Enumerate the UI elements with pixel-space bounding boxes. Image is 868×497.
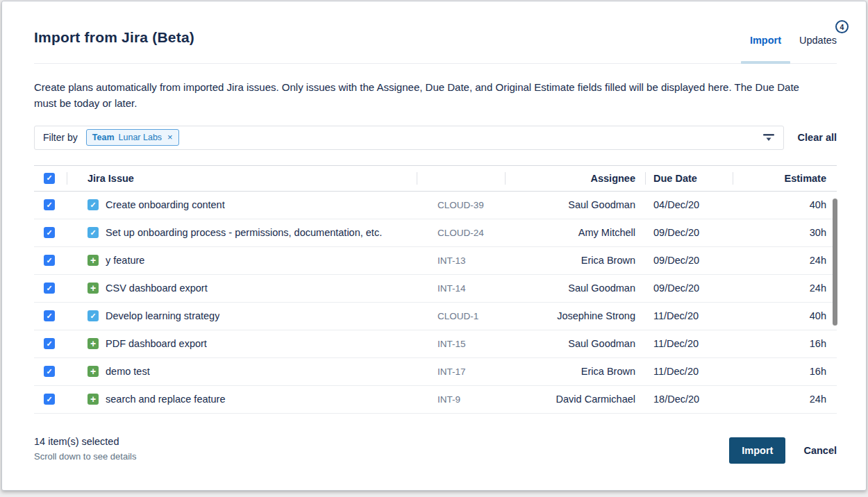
row-checkbox[interactable] bbox=[44, 310, 55, 321]
issue-key: INT-15 bbox=[417, 339, 505, 349]
issue-estimate: 24h bbox=[733, 255, 837, 266]
active-tab-underline bbox=[741, 61, 790, 64]
tab-import-label: Import bbox=[750, 35, 781, 46]
tab-updates-label: Updates bbox=[799, 35, 837, 46]
chip-close-icon[interactable]: × bbox=[167, 132, 173, 142]
issue-summary: PDF dashboard export bbox=[106, 338, 207, 349]
table-row[interactable]: demo test INT-17 Erica Brown 11/Dec/20 1… bbox=[34, 358, 837, 386]
issue-due-date: 09/Dec/20 bbox=[645, 283, 733, 294]
issue-type-icon bbox=[87, 310, 99, 321]
issue-due-date: 11/Dec/20 bbox=[645, 310, 733, 321]
table-header-row: Jira Issue Assignee Due Date Estimate bbox=[34, 166, 837, 192]
select-all-cell bbox=[34, 166, 67, 191]
footer-actions: Import Cancel bbox=[729, 437, 837, 464]
issue-estimate: 30h bbox=[733, 227, 837, 238]
clear-all-button[interactable]: Clear all bbox=[798, 132, 837, 143]
filter-bar: Filter by Team Lunar Labs × Clear all bbox=[34, 126, 837, 150]
table-row[interactable]: Develop learning strategy CLOUD-1 Joseph… bbox=[34, 303, 837, 330]
issue-estimate: 40h bbox=[733, 199, 837, 210]
issue-type-icon bbox=[87, 394, 99, 405]
select-all-checkbox[interactable] bbox=[44, 173, 55, 184]
tab-updates[interactable]: Updates 4 bbox=[799, 35, 837, 64]
filter-chip-team-lunar-labs[interactable]: Team Lunar Labs × bbox=[86, 129, 179, 146]
import-button[interactable]: Import bbox=[729, 437, 785, 464]
row-checkbox[interactable] bbox=[44, 394, 55, 405]
table-row[interactable]: search and replace feature INT-9 David C… bbox=[34, 386, 837, 414]
issue-due-date: 11/Dec/20 bbox=[645, 338, 733, 349]
row-checkbox[interactable] bbox=[44, 227, 55, 238]
row-checkbox[interactable] bbox=[44, 255, 55, 266]
panel-header: Import from Jira (Beta) Import Updates 4 bbox=[34, 1, 837, 64]
issue-type-icon bbox=[87, 227, 99, 238]
row-checkbox[interactable] bbox=[44, 366, 55, 377]
table-row[interactable]: Create onboarding content CLOUD-39 Saul … bbox=[34, 192, 837, 219]
issue-assignee: Saul Goodman bbox=[505, 338, 645, 349]
column-header-assignee[interactable]: Assignee bbox=[505, 166, 645, 191]
column-header-estimate[interactable]: Estimate bbox=[733, 166, 837, 191]
issue-summary: CSV dashboard export bbox=[106, 283, 208, 294]
issue-key: INT-17 bbox=[417, 367, 505, 377]
issue-summary: Develop learning strategy bbox=[106, 310, 219, 321]
issue-summary: Create onboarding content bbox=[106, 199, 225, 210]
issue-summary: y feature bbox=[106, 255, 144, 266]
issue-estimate: 24h bbox=[733, 283, 837, 294]
table-row[interactable]: CSV dashboard export INT-14 Saul Goodman… bbox=[34, 275, 837, 303]
row-checkbox[interactable] bbox=[44, 199, 55, 210]
issue-estimate: 16h bbox=[733, 338, 837, 349]
table-row[interactable]: PDF dashboard export INT-15 Saul Goodman… bbox=[34, 330, 837, 358]
issue-key: INT-14 bbox=[417, 283, 505, 294]
issue-summary: demo test bbox=[106, 366, 150, 377]
column-header-key bbox=[417, 166, 505, 191]
filter-by-label: Filter by bbox=[43, 132, 78, 143]
table-row[interactable]: Set up onboarding process - permissions,… bbox=[34, 219, 837, 247]
issue-key: CLOUD-24 bbox=[417, 228, 505, 238]
issue-key: INT-13 bbox=[417, 255, 505, 266]
issue-key: CLOUD-1 bbox=[417, 311, 505, 321]
issues-table: Jira Issue Assignee Due Date Estimate Cr… bbox=[34, 165, 837, 414]
chip-value: Lunar Labs bbox=[119, 133, 162, 142]
row-checkbox[interactable] bbox=[44, 283, 55, 294]
description-text: Create plans automatically from imported… bbox=[34, 79, 822, 112]
issue-estimate: 24h bbox=[733, 394, 837, 405]
issue-type-icon bbox=[87, 283, 99, 294]
selected-count: 14 item(s) selected bbox=[34, 436, 136, 447]
chip-category: Team bbox=[92, 133, 115, 142]
row-checkbox[interactable] bbox=[44, 338, 55, 349]
panel-footer: 14 item(s) selected Scroll down to see d… bbox=[34, 436, 837, 464]
issue-assignee: Erica Brown bbox=[505, 255, 645, 266]
scroll-hint: Scroll down to see details bbox=[34, 451, 136, 462]
issue-type-icon bbox=[87, 366, 99, 377]
tab-bar: Import Updates 4 bbox=[750, 35, 837, 63]
issue-assignee: Saul Goodman bbox=[505, 199, 645, 210]
column-header-jira-issue[interactable]: Jira Issue bbox=[67, 166, 417, 191]
issue-type-icon bbox=[87, 338, 99, 349]
issue-due-date: 09/Dec/20 bbox=[645, 255, 733, 266]
page-title: Import from Jira (Beta) bbox=[34, 29, 194, 46]
issue-type-icon bbox=[87, 255, 99, 266]
issue-summary: Set up onboarding process - permissions,… bbox=[106, 227, 382, 238]
issue-assignee: David Carmichael bbox=[505, 394, 645, 405]
filter-icon[interactable] bbox=[762, 132, 775, 143]
tab-import[interactable]: Import bbox=[750, 35, 781, 64]
vertical-scrollbar[interactable] bbox=[833, 199, 837, 326]
issue-type-icon bbox=[87, 199, 99, 210]
issue-key: CLOUD-39 bbox=[417, 200, 505, 210]
issue-estimate: 16h bbox=[733, 366, 837, 377]
issue-assignee: Erica Brown bbox=[505, 366, 645, 377]
issue-due-date: 11/Dec/20 bbox=[645, 366, 733, 377]
import-from-jira-panel: Import from Jira (Beta) Import Updates 4… bbox=[1, 1, 867, 491]
column-header-due-date[interactable]: Due Date bbox=[645, 166, 733, 191]
issue-due-date: 09/Dec/20 bbox=[645, 227, 733, 238]
filter-input[interactable]: Filter by Team Lunar Labs × bbox=[34, 126, 784, 150]
table-row[interactable]: y feature INT-13 Erica Brown 09/Dec/20 2… bbox=[34, 247, 837, 275]
updates-count-badge: 4 bbox=[835, 20, 849, 33]
issue-due-date: 04/Dec/20 bbox=[645, 199, 733, 210]
issue-key: INT-9 bbox=[417, 394, 505, 405]
issue-assignee: Amy Mitchell bbox=[505, 227, 645, 238]
cancel-button[interactable]: Cancel bbox=[803, 445, 837, 456]
issue-assignee: Saul Goodman bbox=[505, 283, 645, 294]
issue-summary: search and replace feature bbox=[106, 394, 226, 405]
issue-due-date: 18/Dec/20 bbox=[645, 394, 733, 405]
selection-info: 14 item(s) selected Scroll down to see d… bbox=[34, 436, 136, 462]
issue-assignee: Josephine Strong bbox=[505, 310, 645, 321]
